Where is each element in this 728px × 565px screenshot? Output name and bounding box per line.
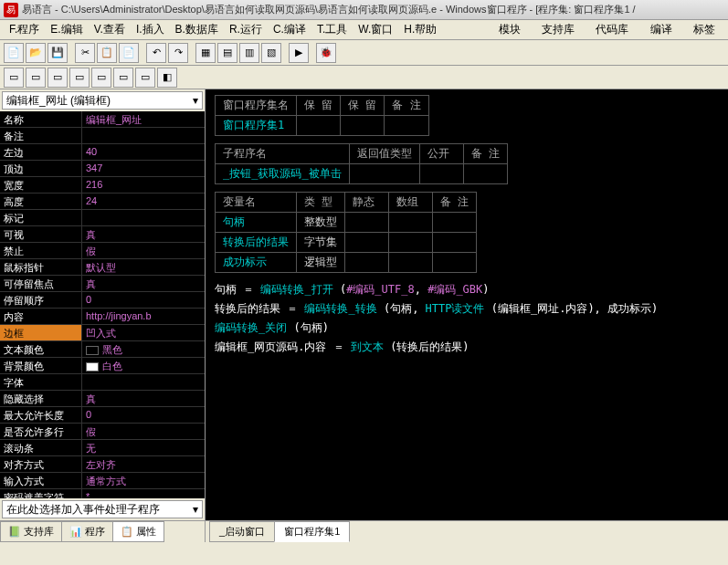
property-value[interactable]: 216 (82, 177, 205, 193)
property-row[interactable]: 背景颜色白色 (0, 358, 205, 374)
property-value[interactable] (82, 128, 205, 143)
menu-edit[interactable]: E.编辑 (45, 20, 88, 39)
tab-program[interactable]: 📊程序 (61, 521, 113, 542)
menu-run[interactable]: R.运行 (224, 20, 268, 39)
property-row[interactable]: 宽度216 (0, 177, 205, 194)
property-row[interactable]: 文本颜色黑色 (0, 341, 205, 358)
property-row[interactable]: 名称编辑框_网址 (0, 111, 205, 128)
menu-compile[interactable]: C.编译 (268, 20, 311, 39)
property-row[interactable]: 停留顺序0 (0, 292, 205, 309)
property-value[interactable]: 0 (82, 292, 205, 308)
property-row[interactable]: 高度24 (0, 194, 205, 210)
property-value[interactable] (82, 374, 205, 390)
property-value[interactable]: 假 (82, 243, 205, 258)
form3-icon[interactable]: ▭ (47, 68, 68, 88)
form2-icon[interactable]: ▭ (26, 68, 46, 88)
layout2-icon[interactable]: ▤ (217, 43, 237, 63)
save-icon[interactable]: 💾 (47, 43, 68, 63)
property-row[interactable]: 可停留焦点真 (0, 276, 205, 292)
property-row[interactable]: 左边40 (0, 144, 205, 161)
tab-support-lib[interactable]: 📗支持库 (0, 521, 62, 542)
open-icon[interactable]: 📂 (26, 43, 46, 63)
layout3-icon[interactable]: ▥ (239, 43, 259, 63)
property-row[interactable]: 是否允许多行假 (0, 424, 205, 440)
property-value[interactable]: * (82, 489, 205, 498)
run-icon[interactable]: ▶ (289, 43, 309, 63)
property-value[interactable]: 真 (82, 226, 205, 242)
form1-icon[interactable]: ▭ (4, 68, 24, 88)
property-value[interactable]: 凹入式 (82, 325, 205, 340)
property-row[interactable]: 边框凹入式 (0, 325, 205, 341)
form5-icon[interactable]: ▭ (91, 68, 111, 88)
property-value[interactable]: 真 (82, 276, 205, 291)
undo-icon[interactable]: ↶ (146, 43, 166, 63)
property-row[interactable]: 内容http://jingyan.b (0, 309, 205, 325)
property-value[interactable]: 347 (82, 161, 205, 176)
property-grid[interactable]: 名称编辑框_网址备注左边40顶边347宽度216高度24标记可视真禁止假鼠标指针… (0, 111, 205, 498)
property-row[interactable]: 禁止假 (0, 243, 205, 259)
menu-tools[interactable]: T.工具 (311, 20, 353, 39)
property-row[interactable]: 可视真 (0, 226, 205, 243)
property-value[interactable]: 左对齐 (82, 456, 205, 472)
property-value[interactable]: 白色 (82, 358, 205, 373)
menu-database[interactable]: B.数据库 (170, 20, 224, 39)
cut-icon[interactable]: ✂ (75, 43, 95, 63)
property-row[interactable]: 对齐方式左对齐 (0, 456, 205, 473)
form8-icon[interactable]: ◧ (157, 68, 177, 88)
tab-start-window[interactable]: _启动窗口 (209, 521, 275, 542)
property-value[interactable]: http://jingyan.b (82, 309, 205, 324)
menu-insert[interactable]: I.插入 (131, 20, 170, 39)
redo-icon[interactable]: ↷ (168, 43, 188, 63)
property-row[interactable]: 标记 (0, 210, 205, 226)
menu-compile2[interactable]: 编译 (641, 21, 681, 37)
property-value[interactable] (82, 210, 205, 225)
property-value[interactable]: 通常方式 (82, 473, 205, 488)
property-row[interactable]: 隐藏选择真 (0, 391, 205, 407)
menu-tags[interactable]: 标签 (684, 21, 724, 37)
layout4-icon[interactable]: ▧ (261, 43, 281, 63)
property-value[interactable]: 24 (82, 194, 205, 209)
debug-icon[interactable]: 🐞 (316, 43, 336, 63)
tab-window-set[interactable]: 窗口程序集1 (274, 521, 350, 542)
property-name: 停留顺序 (0, 292, 82, 308)
form4-icon[interactable]: ▭ (69, 68, 90, 88)
property-row[interactable]: 鼠标指针默认型 (0, 259, 205, 276)
property-name: 可视 (0, 226, 82, 242)
tab-properties[interactable]: 📋属性 (112, 521, 164, 542)
code-editor-panel: 窗口程序集名保 留保 留备 注 窗口程序集1 子程序名返回值类型公开备 注 _按… (206, 89, 728, 542)
code-editor[interactable]: 窗口程序集名保 留保 留备 注 窗口程序集1 子程序名返回值类型公开备 注 _按… (206, 89, 728, 520)
code-line: 句柄 ＝ 编码转换_打开 (#编码_UTF_8, #编码_GBK) (215, 280, 719, 299)
property-value[interactable]: 默认型 (82, 259, 205, 275)
property-value[interactable]: 黑色 (82, 341, 205, 357)
menu-help[interactable]: H.帮助 (398, 20, 442, 39)
property-value[interactable]: 假 (82, 424, 205, 439)
app-icon: 易 (4, 3, 18, 17)
component-selector[interactable]: 编辑框_网址 (编辑框) ▾ (2, 91, 203, 110)
menu-find[interactable]: V.查看 (89, 20, 131, 39)
menu-window[interactable]: W.窗口 (353, 20, 398, 39)
paste-icon[interactable]: 📄 (119, 43, 139, 63)
property-value[interactable]: 真 (82, 391, 205, 406)
new-icon[interactable]: 📄 (4, 43, 24, 63)
layout1-icon[interactable]: ▦ (195, 43, 216, 63)
event-selector[interactable]: 在此处选择加入事件处理子程序 ▾ (2, 500, 203, 518)
property-value[interactable]: 0 (82, 407, 205, 423)
menu-codelib[interactable]: 代码库 (586, 21, 638, 37)
property-row[interactable]: 滚动条无 (0, 440, 205, 456)
property-row[interactable]: 最大允许长度0 (0, 407, 205, 424)
property-value[interactable]: 40 (82, 144, 205, 160)
property-row[interactable]: 顶边347 (0, 161, 205, 177)
property-value[interactable]: 无 (82, 440, 205, 455)
property-value[interactable]: 编辑框_网址 (82, 111, 205, 127)
copy-icon[interactable]: 📋 (97, 43, 117, 63)
property-row[interactable]: 输入方式通常方式 (0, 473, 205, 489)
form7-icon[interactable]: ▭ (135, 68, 155, 88)
property-name: 文本颜色 (0, 341, 82, 357)
menu-support[interactable]: 支持库 (533, 21, 584, 37)
menu-program[interactable]: F.程序 (4, 20, 45, 39)
property-row[interactable]: 字体 (0, 374, 205, 391)
menu-module[interactable]: 模块 (490, 21, 530, 37)
property-row[interactable]: 备注 (0, 128, 205, 144)
form6-icon[interactable]: ▭ (113, 68, 133, 88)
property-row[interactable]: 密码遮盖字符* (0, 489, 205, 498)
